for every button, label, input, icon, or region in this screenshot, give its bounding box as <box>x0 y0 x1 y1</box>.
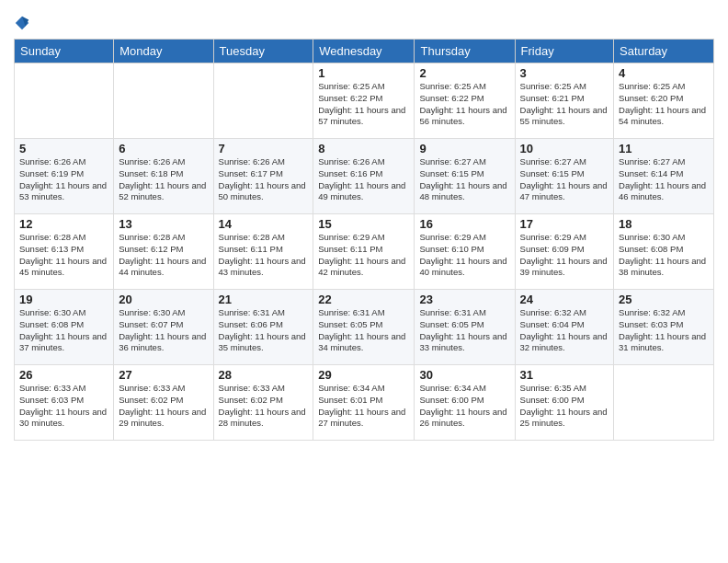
day-number: 1 <box>318 66 409 80</box>
table-row: 13Sunrise: 6:28 AM Sunset: 6:12 PM Dayli… <box>114 214 213 290</box>
day-info: Sunrise: 6:33 AM Sunset: 6:03 PM Dayligh… <box>19 383 108 430</box>
day-info: Sunrise: 6:27 AM Sunset: 6:14 PM Dayligh… <box>619 156 709 203</box>
day-info: Sunrise: 6:34 AM Sunset: 6:00 PM Dayligh… <box>419 383 509 430</box>
day-number: 26 <box>19 368 108 382</box>
day-number: 7 <box>219 142 309 155</box>
day-number: 21 <box>219 293 309 306</box>
table-row: 17Sunrise: 6:29 AM Sunset: 6:09 PM Dayli… <box>515 214 614 290</box>
day-number: 19 <box>19 293 108 306</box>
table-row: 1Sunrise: 6:25 AM Sunset: 6:22 PM Daylig… <box>313 63 415 139</box>
day-info: Sunrise: 6:26 AM Sunset: 6:18 PM Dayligh… <box>119 156 208 203</box>
table-row: 2Sunrise: 6:25 AM Sunset: 6:22 PM Daylig… <box>415 63 515 139</box>
table-row: 3Sunrise: 6:25 AM Sunset: 6:21 PM Daylig… <box>515 63 614 139</box>
day-number: 3 <box>520 66 609 80</box>
table-row: 31Sunrise: 6:35 AM Sunset: 6:00 PM Dayli… <box>515 365 614 441</box>
table-row: 16Sunrise: 6:29 AM Sunset: 6:10 PM Dayli… <box>415 214 515 290</box>
col-wednesday: Wednesday <box>313 40 415 63</box>
day-number: 23 <box>419 293 509 306</box>
day-info: Sunrise: 6:26 AM Sunset: 6:16 PM Dayligh… <box>318 156 409 203</box>
day-info: Sunrise: 6:32 AM Sunset: 6:04 PM Dayligh… <box>520 307 609 354</box>
day-number: 24 <box>520 293 609 306</box>
calendar-week-row: 5Sunrise: 6:26 AM Sunset: 6:19 PM Daylig… <box>15 139 714 214</box>
table-row <box>15 63 114 139</box>
col-saturday: Saturday <box>614 40 714 63</box>
day-info: Sunrise: 6:29 AM Sunset: 6:10 PM Dayligh… <box>419 232 509 279</box>
day-number: 15 <box>318 217 409 231</box>
day-info: Sunrise: 6:25 AM Sunset: 6:20 PM Dayligh… <box>619 81 709 128</box>
day-number: 22 <box>318 293 409 306</box>
table-row: 21Sunrise: 6:31 AM Sunset: 6:06 PM Dayli… <box>213 290 313 365</box>
day-info: Sunrise: 6:28 AM Sunset: 6:12 PM Dayligh… <box>119 232 208 279</box>
day-number: 18 <box>619 217 709 231</box>
logo <box>14 9 32 31</box>
day-info: Sunrise: 6:31 AM Sunset: 6:05 PM Dayligh… <box>318 307 409 354</box>
day-number: 4 <box>619 66 709 80</box>
day-number: 9 <box>419 142 509 155</box>
calendar-page: Sunday Monday Tuesday Wednesday Thursday… <box>0 0 728 563</box>
day-info: Sunrise: 6:25 AM Sunset: 6:21 PM Dayligh… <box>520 81 609 128</box>
day-info: Sunrise: 6:26 AM Sunset: 6:19 PM Dayligh… <box>19 156 108 203</box>
table-row: 23Sunrise: 6:31 AM Sunset: 6:05 PM Dayli… <box>415 290 515 365</box>
table-row: 24Sunrise: 6:32 AM Sunset: 6:04 PM Dayli… <box>515 290 614 365</box>
day-info: Sunrise: 6:29 AM Sunset: 6:09 PM Dayligh… <box>520 232 609 279</box>
day-number: 20 <box>119 293 208 306</box>
table-row: 28Sunrise: 6:33 AM Sunset: 6:02 PM Dayli… <box>213 365 313 441</box>
day-number: 5 <box>19 142 108 155</box>
day-info: Sunrise: 6:27 AM Sunset: 6:15 PM Dayligh… <box>520 156 609 203</box>
table-row: 22Sunrise: 6:31 AM Sunset: 6:05 PM Dayli… <box>313 290 415 365</box>
table-row: 30Sunrise: 6:34 AM Sunset: 6:00 PM Dayli… <box>415 365 515 441</box>
col-sunday: Sunday <box>15 40 114 63</box>
table-row: 29Sunrise: 6:34 AM Sunset: 6:01 PM Dayli… <box>313 365 415 441</box>
day-number: 13 <box>119 217 208 231</box>
day-info: Sunrise: 6:27 AM Sunset: 6:15 PM Dayligh… <box>419 156 509 203</box>
table-row: 6Sunrise: 6:26 AM Sunset: 6:18 PM Daylig… <box>114 139 213 214</box>
header <box>14 9 714 31</box>
logo-icon <box>14 15 30 31</box>
day-info: Sunrise: 6:31 AM Sunset: 6:06 PM Dayligh… <box>219 307 309 354</box>
table-row: 10Sunrise: 6:27 AM Sunset: 6:15 PM Dayli… <box>515 139 614 214</box>
day-number: 12 <box>19 217 108 231</box>
table-row: 14Sunrise: 6:28 AM Sunset: 6:11 PM Dayli… <box>213 214 313 290</box>
table-row: 5Sunrise: 6:26 AM Sunset: 6:19 PM Daylig… <box>15 139 114 214</box>
day-number: 27 <box>119 368 208 382</box>
day-number: 16 <box>419 217 509 231</box>
table-row <box>614 365 714 441</box>
day-info: Sunrise: 6:26 AM Sunset: 6:17 PM Dayligh… <box>219 156 309 203</box>
day-info: Sunrise: 6:31 AM Sunset: 6:05 PM Dayligh… <box>419 307 509 354</box>
col-friday: Friday <box>515 40 614 63</box>
day-number: 10 <box>520 142 609 155</box>
day-info: Sunrise: 6:33 AM Sunset: 6:02 PM Dayligh… <box>119 383 208 430</box>
day-number: 14 <box>219 217 309 231</box>
day-number: 28 <box>219 368 309 382</box>
table-row: 19Sunrise: 6:30 AM Sunset: 6:08 PM Dayli… <box>15 290 114 365</box>
day-info: Sunrise: 6:29 AM Sunset: 6:11 PM Dayligh… <box>318 232 409 279</box>
table-row <box>213 63 313 139</box>
day-number: 2 <box>419 66 509 80</box>
calendar-week-row: 12Sunrise: 6:28 AM Sunset: 6:13 PM Dayli… <box>15 214 714 290</box>
table-row: 18Sunrise: 6:30 AM Sunset: 6:08 PM Dayli… <box>614 214 714 290</box>
table-row: 25Sunrise: 6:32 AM Sunset: 6:03 PM Dayli… <box>614 290 714 365</box>
col-thursday: Thursday <box>415 40 515 63</box>
table-row: 26Sunrise: 6:33 AM Sunset: 6:03 PM Dayli… <box>15 365 114 441</box>
day-number: 17 <box>520 217 609 231</box>
col-monday: Monday <box>114 40 213 63</box>
table-row: 11Sunrise: 6:27 AM Sunset: 6:14 PM Dayli… <box>614 139 714 214</box>
day-number: 25 <box>619 293 709 306</box>
table-row: 9Sunrise: 6:27 AM Sunset: 6:15 PM Daylig… <box>415 139 515 214</box>
day-number: 30 <box>419 368 509 382</box>
day-info: Sunrise: 6:30 AM Sunset: 6:07 PM Dayligh… <box>119 307 208 354</box>
calendar-week-row: 1Sunrise: 6:25 AM Sunset: 6:22 PM Daylig… <box>15 63 714 139</box>
day-info: Sunrise: 6:25 AM Sunset: 6:22 PM Dayligh… <box>318 81 409 128</box>
calendar-table: Sunday Monday Tuesday Wednesday Thursday… <box>14 39 714 441</box>
day-number: 11 <box>619 142 709 155</box>
day-number: 31 <box>520 368 609 382</box>
day-number: 8 <box>318 142 409 155</box>
calendar-header-row: Sunday Monday Tuesday Wednesday Thursday… <box>15 40 714 63</box>
day-info: Sunrise: 6:25 AM Sunset: 6:22 PM Dayligh… <box>419 81 509 128</box>
table-row: 4Sunrise: 6:25 AM Sunset: 6:20 PM Daylig… <box>614 63 714 139</box>
table-row: 8Sunrise: 6:26 AM Sunset: 6:16 PM Daylig… <box>313 139 415 214</box>
table-row: 15Sunrise: 6:29 AM Sunset: 6:11 PM Dayli… <box>313 214 415 290</box>
table-row: 12Sunrise: 6:28 AM Sunset: 6:13 PM Dayli… <box>15 214 114 290</box>
day-number: 6 <box>119 142 208 155</box>
day-info: Sunrise: 6:28 AM Sunset: 6:13 PM Dayligh… <box>19 232 108 279</box>
